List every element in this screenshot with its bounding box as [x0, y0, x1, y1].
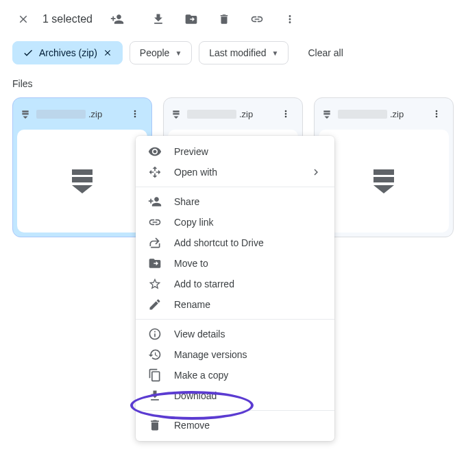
folder-move-icon: [148, 257, 162, 270]
menu-label: Add to starred: [174, 278, 234, 289]
menu-separator: [136, 187, 334, 187]
menu-rename[interactable]: Rename: [136, 294, 334, 315]
delete-button[interactable]: [210, 5, 238, 33]
pencil-icon: [148, 298, 162, 311]
chevron-right-icon: [310, 166, 322, 178]
open-with-icon: [148, 165, 162, 179]
check-icon: [23, 47, 34, 58]
menu-label: Add shortcut to Drive: [174, 237, 264, 248]
menu-label: Make a copy: [174, 370, 228, 381]
eye-icon: [148, 145, 162, 158]
menu-copy-link[interactable]: Copy link: [136, 212, 334, 233]
zip-file-icon: [321, 108, 332, 119]
filter-chip-modified[interactable]: Last modified ▼: [199, 41, 289, 64]
chevron-down-icon: ▼: [175, 49, 182, 57]
menu-label: Manage versions: [174, 349, 247, 360]
menu-separator: [136, 410, 334, 411]
menu-make-copy[interactable]: Make a copy: [136, 365, 334, 385]
file-card[interactable]: .zip: [12, 97, 152, 237]
menu-label: View details: [174, 329, 225, 340]
history-icon: [148, 348, 162, 361]
menu-add-starred[interactable]: Add to starred: [136, 274, 334, 294]
file-context-menu: Preview Open with Share Copy link Add sh…: [136, 136, 334, 441]
file-thumbnail: [17, 130, 147, 233]
more-actions-button[interactable]: [276, 5, 304, 33]
chip-label: Last modified: [209, 47, 266, 58]
filter-chip-type[interactable]: Archives (zip): [12, 41, 123, 64]
menu-label: Remove: [174, 420, 210, 431]
copy-icon: [148, 368, 162, 382]
star-icon: [148, 277, 162, 291]
chip-label: Archives (zip): [39, 47, 97, 58]
zip-large-icon: [72, 169, 93, 193]
menu-label: Move to: [174, 258, 208, 269]
person-add-icon: [148, 195, 162, 209]
menu-label: Share: [174, 196, 199, 207]
close-selection-button[interactable]: [10, 5, 37, 33]
selection-toolbar: 1 selected: [0, 0, 466, 38]
menu-open-with[interactable]: Open with: [136, 162, 334, 182]
zip-file-icon: [171, 108, 182, 119]
selection-count: 1 selected: [42, 13, 93, 25]
file-more-button[interactable]: [125, 104, 145, 123]
menu-separator: [136, 319, 334, 320]
menu-remove[interactable]: Remove: [136, 415, 334, 436]
file-more-button[interactable]: [427, 104, 446, 123]
download-button[interactable]: [145, 5, 172, 33]
menu-view-details[interactable]: View details: [136, 324, 334, 344]
menu-share[interactable]: Share: [136, 191, 334, 212]
zip-large-icon: [373, 169, 394, 193]
zip-file-icon: [20, 108, 31, 119]
file-card[interactable]: .zip: [314, 97, 454, 237]
file-thumbnail: [319, 130, 449, 233]
shortcut-icon: [148, 236, 162, 250]
menu-label: Preview: [174, 146, 208, 157]
filter-chip-people[interactable]: People ▼: [130, 41, 193, 64]
chip-clear-icon[interactable]: [103, 48, 112, 58]
filter-bar: Archives (zip) People ▼ Last modified ▼ …: [0, 38, 466, 74]
menu-label: Rename: [174, 299, 210, 310]
trash-icon: [148, 418, 162, 432]
download-icon: [148, 389, 162, 403]
menu-label: Open with: [174, 167, 217, 178]
file-name: .zip: [187, 109, 271, 119]
section-title-files: Files: [0, 74, 466, 97]
info-icon: [148, 327, 162, 341]
move-to-button[interactable]: [177, 5, 205, 33]
menu-move-to[interactable]: Move to: [136, 253, 334, 274]
menu-download[interactable]: Download: [136, 385, 334, 406]
menu-label: Download: [174, 390, 217, 401]
share-person-button[interactable]: [103, 5, 131, 33]
link-icon: [148, 215, 162, 229]
get-link-button[interactable]: [243, 5, 271, 33]
menu-label: Copy link: [174, 217, 214, 228]
file-more-button[interactable]: [276, 104, 295, 123]
menu-preview[interactable]: Preview: [136, 141, 334, 162]
menu-manage-versions[interactable]: Manage versions: [136, 344, 334, 365]
menu-add-shortcut[interactable]: Add shortcut to Drive: [136, 233, 334, 253]
clear-all-filters[interactable]: Clear all: [301, 43, 350, 62]
chevron-down-icon: ▼: [272, 49, 279, 57]
file-name: .zip: [338, 109, 421, 119]
chip-label: People: [140, 47, 170, 58]
file-name: .zip: [36, 109, 120, 119]
